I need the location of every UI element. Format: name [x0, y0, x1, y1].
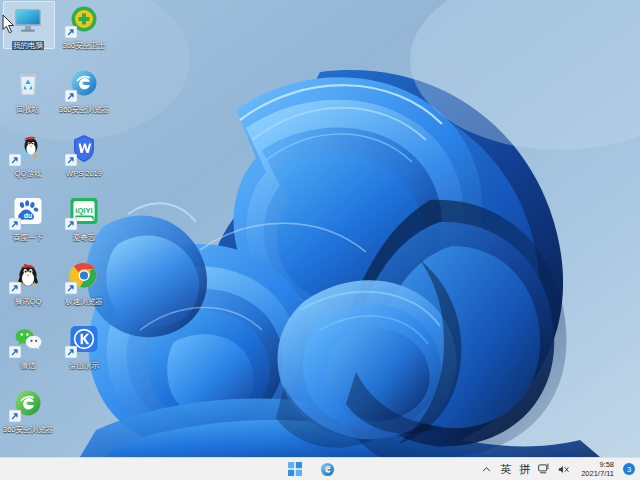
desktop-icon-wechat[interactable]: 微信 [0, 320, 56, 384]
tray-ime-language[interactable]: 英 [500, 460, 511, 478]
start-button[interactable] [286, 460, 304, 478]
taskbar-empty-left[interactable] [0, 458, 286, 480]
tray-date: 2021/7/11 [581, 469, 614, 478]
tray-time: 9:58 [599, 460, 614, 469]
desktop-icon-recycle-bin[interactable]: 回收站 [0, 64, 56, 128]
qq-penguin2-icon [12, 260, 44, 292]
desktop-icon-ie-browser[interactable]: 360安全浏览器 [56, 64, 112, 128]
taskbar-pinned-apps[interactable] [286, 458, 336, 480]
shortcut-arrow-icon [65, 90, 77, 102]
shortcut-arrow-icon [65, 218, 77, 230]
tray-network-icon[interactable] [538, 460, 550, 478]
tray-volume-muted-icon[interactable] [558, 460, 571, 478]
desktop-icon-qq-messenger[interactable]: 腾讯QQ [0, 256, 56, 320]
mouse-cursor [2, 14, 16, 34]
tray-clock[interactable]: 9:58 2021/7/11 [581, 460, 614, 478]
ie-blue-icon [68, 68, 100, 100]
icon-label: WPS 2019 [56, 166, 112, 178]
shortcut-arrow-icon [65, 154, 77, 166]
icon-label: 360安全卫士 [56, 38, 112, 50]
wechat-icon [12, 324, 44, 356]
desktop-icon-wps-office[interactable]: WPS 2019 [56, 128, 112, 192]
icon-label: 爱奇艺 [56, 230, 112, 242]
wps-icon [68, 132, 100, 164]
desktop-icon-baidu-yixia[interactable]: du 百度一下 [0, 192, 56, 256]
system-tray[interactable]: 英 拼 9:58 2021/7/11 3 [336, 458, 640, 480]
icon-label: 百度一下 [0, 230, 56, 242]
icon-label: QQ游戏 [0, 166, 56, 178]
shortcut-arrow-icon [65, 346, 77, 358]
svg-text:du: du [24, 212, 33, 219]
360guard-icon [68, 4, 100, 36]
chrome-icon [68, 260, 100, 292]
baidu-icon: du [12, 196, 44, 228]
shortcut-arrow-icon [65, 26, 77, 38]
kingsoft-k-icon [68, 324, 100, 356]
icon-label: 微信 [0, 358, 56, 370]
desktop-icon-360-safe-guard[interactable]: 360安全卫士 [56, 0, 112, 64]
shortcut-arrow-icon [9, 282, 21, 294]
tray-overflow-chevron-icon[interactable] [481, 460, 492, 478]
edge-icon [320, 462, 335, 477]
iqiyi-icon: iQIYI [68, 196, 100, 228]
ie-green-icon [12, 388, 44, 420]
windows-logo-icon [288, 462, 302, 476]
icon-label: 极速浏览器 [56, 294, 112, 306]
icon-label: 360安全浏览器 [56, 102, 112, 114]
desktop-icon-360-secure-browser[interactable]: 360安全浏览器 [0, 384, 56, 448]
shortcut-arrow-icon [9, 346, 21, 358]
desktop-icon-grid[interactable]: 我的电脑 360安全卫士 [0, 0, 112, 440]
desktop-icon-kingsoft-present[interactable]: 金山演示 [56, 320, 112, 384]
taskbar-edge-button[interactable] [318, 460, 336, 478]
monitor-icon [12, 4, 44, 36]
shortcut-arrow-icon [9, 410, 21, 422]
icon-label: 回收站 [0, 102, 56, 114]
qq-penguin-icon [12, 132, 44, 164]
icon-label: 金山演示 [56, 358, 112, 370]
notification-badge[interactable]: 3 [623, 463, 635, 475]
icon-label: 360安全浏览器 [0, 422, 56, 434]
shortcut-arrow-icon [9, 218, 21, 230]
desktop-icon-qq-games[interactable]: QQ游戏 [0, 128, 56, 192]
svg-text:iQIYI: iQIYI [75, 206, 92, 215]
desktop[interactable]: 我的电脑 360安全卫士 [0, 0, 640, 480]
recycle-bin-icon [12, 68, 44, 100]
desktop-icon-iqiyi[interactable]: iQIYI 爱奇艺 [56, 192, 112, 256]
shortcut-arrow-icon [9, 154, 21, 166]
taskbar[interactable]: 英 拼 9:58 2021/7/11 3 [0, 457, 640, 480]
shortcut-arrow-icon [65, 282, 77, 294]
tray-ime-mode[interactable]: 拼 [519, 460, 530, 478]
icon-label: 我的电脑 [0, 38, 56, 50]
icon-label: 腾讯QQ [0, 294, 56, 306]
desktop-icon-360-chrome[interactable]: 极速浏览器 [56, 256, 112, 320]
